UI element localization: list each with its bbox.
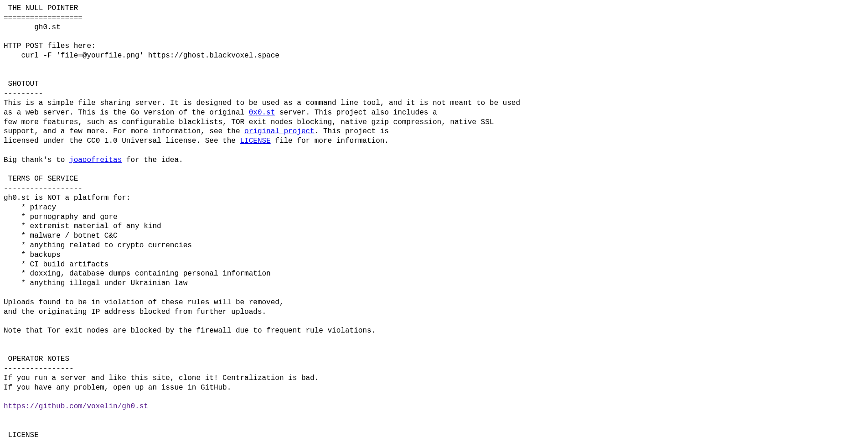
thanks-a: Big thank's to <box>4 156 69 164</box>
tos-item: * extremist material of any kind <box>4 222 161 230</box>
tos-heading: TERMS OF SERVICE <box>4 175 78 183</box>
tos-item: * backups <box>4 251 61 259</box>
shotout-line2a: as a web server. This is the Go version … <box>4 109 249 117</box>
shotout-line2b: server. This project also includes a <box>275 109 437 117</box>
shotout-heading: SHOTOUT <box>4 80 39 88</box>
tos-item: * anything related to crypto currencies <box>4 241 192 250</box>
shotout-line5a: licensed under the CC0 1.0 Universal lic… <box>4 137 240 145</box>
tos-violation1: Uploads found to be in violation of thes… <box>4 298 284 307</box>
tos-item: * pornography and gore <box>4 213 118 221</box>
title-sep: ================== <box>4 14 83 22</box>
tos-tor: Note that Tor exit nodes are blocked by … <box>4 327 376 335</box>
operator-line1: If you run a server and like this site, … <box>4 374 319 382</box>
tos-item: * CI build artifacts <box>4 260 108 269</box>
license-heading: LICENSE <box>4 431 39 437</box>
link-original-project[interactable]: original project <box>244 127 315 135</box>
operator-heading: OPERATOR NOTES <box>4 355 69 363</box>
operator-line2: If you have any problem, open up an issu… <box>4 384 231 392</box>
link-joaoofreitas[interactable]: joaoofreitas <box>69 156 122 164</box>
tos-intro: gh0.st is NOT a platform for: <box>4 194 130 202</box>
document-body: THE NULL POINTER ================== gh0.… <box>4 4 864 437</box>
shotout-line4a: support, and a few more. For more inform… <box>4 127 244 135</box>
tos-item: * doxxing, database dumps containing per… <box>4 270 271 278</box>
thanks-b: for the idea. <box>122 156 183 164</box>
link-license[interactable]: LICENSE <box>240 137 270 145</box>
shotout-line4b: . This project is <box>315 127 389 135</box>
sitename: gh0.st <box>4 23 61 31</box>
tos-sep: ------------------ <box>4 184 83 192</box>
tos-item: * anything illegal under Ukrainian law <box>4 279 187 287</box>
operator-sep: ---------------- <box>4 364 74 373</box>
link-github-repo[interactable]: https://github.com/voxelin/gh0.st <box>4 402 148 411</box>
shotout-line5b: file for more information. <box>271 137 389 145</box>
shotout-line3: few more features, such as configurable … <box>4 118 494 126</box>
post-header: HTTP POST files here: <box>4 42 96 50</box>
shotout-sep: --------- <box>4 89 43 98</box>
tos-item: * piracy <box>4 203 56 212</box>
title-line: THE NULL POINTER <box>4 4 78 12</box>
shotout-line1: This is a simple file sharing server. It… <box>4 99 520 107</box>
link-0x0[interactable]: 0x0.st <box>249 109 275 117</box>
post-cmd: curl -F 'file=@yourfile.png' https://gho… <box>4 52 279 60</box>
tos-item: * malware / botnet C&C <box>4 232 118 240</box>
tos-violation2: and the originating IP address blocked f… <box>4 308 266 316</box>
